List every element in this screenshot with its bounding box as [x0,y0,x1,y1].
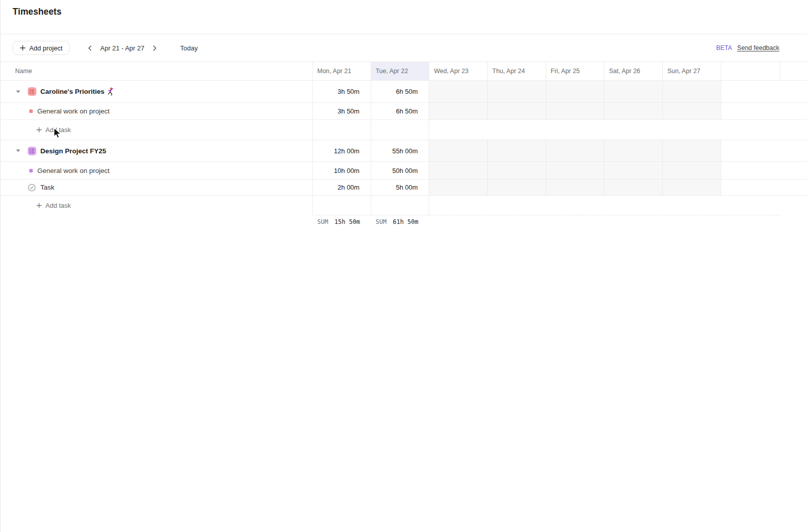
time-cell[interactable]: 6h 50m [371,81,430,102]
project-name-cell: Design Project FY25 [1,140,313,161]
time-cell[interactable]: 3h 50m [313,103,371,120]
sum-row: SUM 15h 50m SUM 61h 50m [1,215,807,230]
time-cell-empty[interactable] [663,103,721,120]
project-list-icon [28,87,36,96]
previous-week-button[interactable] [85,42,96,53]
time-cell-empty[interactable] [663,81,721,102]
time-cell[interactable]: 3h 50m [313,81,371,102]
time-cell-empty[interactable] [488,180,546,195]
time-cell-empty[interactable] [663,180,721,195]
time-cell-empty[interactable] [488,103,546,120]
task-check-circle-icon[interactable] [28,184,36,192]
project-row-carolines-priorities[interactable]: Caroline's Priorities 3h 50m 6h 50m [1,81,807,103]
time-cell[interactable]: 6h 50m [371,103,430,120]
plus-icon [36,203,42,208]
task-bullet-icon [29,169,33,172]
timesheet-grid: Name Mon, Apr 21 Tue, Apr 22 Wed, Apr 23… [1,62,807,230]
chevron-left-icon [87,45,93,51]
add-project-button[interactable]: Add project [13,41,70,55]
task-name-cell: General work on project [1,162,313,179]
project-list-icon [28,147,36,155]
time-cell-empty[interactable] [488,81,546,102]
project-name[interactable]: Design Project FY25 [40,147,106,155]
time-cell[interactable]: 50h 00m [371,162,430,179]
task-label[interactable]: Task [40,184,54,191]
time-cell-empty[interactable] [429,140,488,161]
time-cell-empty[interactable] [546,81,605,102]
day-header-mon: Mon, Apr 21 [313,62,371,80]
title-bar: Timesheets [1,0,807,34]
time-cell-empty[interactable] [604,103,663,120]
time-cell[interactable]: 2h 00m [313,180,371,195]
time-cell-empty[interactable] [546,103,605,120]
task-label[interactable]: General work on project [37,167,109,174]
day-header-thu: Thu, Apr 24 [488,62,546,80]
beta-badge: BETA [716,44,732,51]
time-cell-empty[interactable] [429,81,488,102]
time-cell-empty[interactable] [488,140,546,161]
time-cell[interactable]: 55h 00m [371,140,430,161]
plus-icon [36,127,42,133]
time-cell-empty[interactable] [429,162,488,179]
task-row-task[interactable]: Task 2h 00m 5h 00m [1,180,807,196]
task-name-cell: Task [1,180,313,195]
add-task-cell: Add task [1,196,313,215]
task-row-general-work[interactable]: General work on project 3h 50m 6h 50m [1,103,807,120]
sum-label: SUM [376,218,387,230]
collapse-chevron-icon[interactable] [16,89,21,94]
next-week-button[interactable] [149,42,160,53]
time-cell-empty[interactable] [604,140,663,161]
today-button[interactable]: Today [180,44,198,52]
time-cell-empty[interactable] [604,162,663,179]
sum-total-mon: 15h 50m [334,218,360,230]
task-label[interactable]: General work on project [37,107,109,115]
project-row-design-project-fy25[interactable]: Design Project FY25 12h 00m 55h 00m [1,140,807,162]
time-cell-empty[interactable] [663,162,721,179]
time-cell-empty[interactable] [488,162,546,179]
time-cell-empty[interactable] [604,180,663,195]
time-cell[interactable]: 5h 00m [371,180,430,195]
add-task-button[interactable]: Add task [36,126,71,134]
trailing-header-cell [721,62,780,80]
date-range-label: Apr 21 - Apr 27 [100,44,144,52]
day-header-sun: Sun, Apr 27 [663,62,721,80]
day-header-tue: Tue, Apr 22 [371,62,430,80]
chevron-right-icon [151,45,158,51]
time-cell[interactable]: 12h 00m [313,140,371,161]
add-task-button[interactable]: Add task [36,202,71,209]
add-task-row: Add task [1,120,807,140]
add-task-row: Add task [1,196,807,215]
sum-total-tue: 61h 50m [393,218,419,230]
project-name-cell: Caroline's Priorities [1,81,313,102]
dancer-emoji [107,87,113,96]
time-cell-empty[interactable] [546,180,605,195]
page-title: Timesheets [13,7,807,17]
sum-cell-mon: SUM 15h 50m [313,215,371,230]
day-header-wed: Wed, Apr 23 [429,62,488,80]
day-header-sat: Sat, Apr 26 [604,62,663,80]
grid-header-row: Name Mon, Apr 21 Tue, Apr 22 Wed, Apr 23… [1,62,807,81]
time-cell-empty[interactable] [429,180,488,195]
sum-cell-tue: SUM 61h 50m [371,215,430,230]
time-cell-empty[interactable] [546,140,605,161]
project-name[interactable]: Caroline's Priorities [40,88,104,95]
time-cell-empty[interactable] [546,162,605,179]
add-task-cell: Add task [1,120,313,140]
toolbar: Add project Apr 21 - Apr 27 Today BETA S… [1,34,807,62]
time-cell-empty[interactable] [663,140,721,161]
sum-label: SUM [317,218,328,230]
time-cell-empty[interactable] [604,81,663,102]
add-project-label: Add project [29,44,63,52]
time-cell-empty[interactable] [429,103,488,120]
name-column-header: Name [1,62,313,80]
task-bullet-icon [29,109,33,113]
send-feedback-link[interactable]: Send feedback [737,44,779,51]
time-cell[interactable]: 10h 00m [313,162,371,179]
plus-icon [20,45,26,51]
task-row-general-work[interactable]: General work on project 10h 00m 50h 00m [1,162,807,180]
task-name-cell: General work on project [1,103,313,120]
collapse-chevron-icon[interactable] [16,148,21,153]
day-header-fri: Fri, Apr 25 [546,62,605,80]
